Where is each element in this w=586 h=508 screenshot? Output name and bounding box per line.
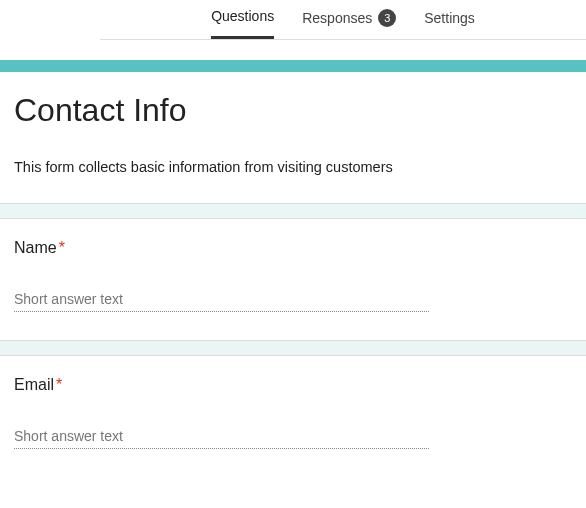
tab-label: Questions xyxy=(211,8,274,24)
question-text: Name xyxy=(14,239,57,256)
question-text: Email xyxy=(14,376,54,393)
question-card-email[interactable]: Email* xyxy=(0,356,586,477)
required-asterisk: * xyxy=(56,376,62,393)
form-title[interactable]: Contact Info xyxy=(14,92,572,129)
question-label[interactable]: Name* xyxy=(14,239,572,257)
question-card-name[interactable]: Name* xyxy=(0,219,586,340)
form-tabs: Questions Responses 3 Settings xyxy=(100,0,586,40)
form-description[interactable]: This form collects basic information fro… xyxy=(14,159,572,175)
question-label[interactable]: Email* xyxy=(14,376,572,394)
card-divider xyxy=(0,340,586,356)
tab-settings[interactable]: Settings xyxy=(424,8,475,39)
short-answer-input[interactable] xyxy=(14,287,429,312)
form-accent-bar xyxy=(0,60,586,72)
required-asterisk: * xyxy=(59,239,65,256)
tab-label: Settings xyxy=(424,10,475,26)
card-divider xyxy=(0,203,586,219)
tab-questions[interactable]: Questions xyxy=(211,8,274,39)
responses-count-badge: 3 xyxy=(378,9,396,27)
tab-label: Responses xyxy=(302,10,372,26)
form-header-card[interactable]: Contact Info This form collects basic in… xyxy=(0,72,586,203)
short-answer-input[interactable] xyxy=(14,424,429,449)
tab-responses[interactable]: Responses 3 xyxy=(302,8,396,39)
